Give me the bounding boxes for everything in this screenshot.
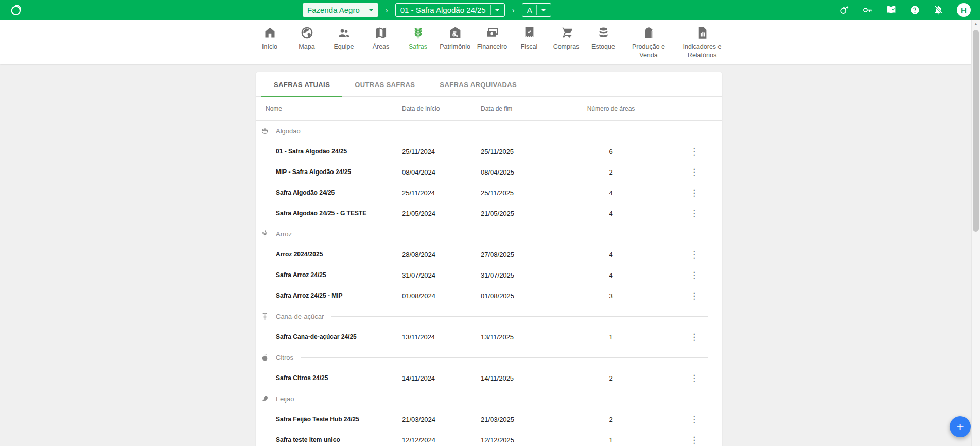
help-icon[interactable] (909, 5, 920, 15)
table-row[interactable]: Safra Citros 24/2514/11/202414/11/20252⋮ (256, 368, 722, 388)
add-farm-icon[interactable] (838, 5, 849, 15)
table-row[interactable]: 01 - Safra Algodão 24/2525/11/202425/11/… (256, 141, 722, 162)
table-row[interactable]: Safra Arroz 24/2531/07/202431/07/20254⋮ (256, 265, 722, 285)
safra-start-date: 25/11/2024 (398, 148, 477, 156)
wheat-icon (411, 26, 425, 40)
row-menu-button[interactable]: ⋮ (687, 433, 702, 446)
chevron-down-icon[interactable] (369, 9, 374, 11)
safra-name[interactable]: Safra Feijão Teste Hub 24/25 (256, 416, 398, 423)
nav-item-safras[interactable]: Safras (402, 26, 433, 52)
safra-name[interactable]: Safra Citros 24/25 (256, 374, 398, 382)
scrollbar-thumb[interactable] (973, 30, 979, 232)
safra-areas-count: 2 (555, 374, 667, 382)
chevron-down-icon[interactable] (495, 9, 500, 11)
column-header-data-fim: Data de fim (477, 105, 555, 112)
table-row[interactable]: Arroz 2024/202528/08/202427/08/20254⋮ (256, 244, 722, 265)
group-header-cana-de-a-car: Cana-de-açúcar (256, 306, 722, 327)
avatar[interactable]: H (957, 3, 971, 17)
safra-name[interactable]: Safra Arroz 24/25 - MIP (256, 292, 398, 299)
row-menu-button[interactable]: ⋮ (687, 288, 702, 303)
add-safra-fab[interactable]: + (950, 416, 971, 437)
safra-name[interactable]: Safra Cana-de-açúcar 24/25 (256, 333, 398, 340)
row-menu-button[interactable]: ⋮ (687, 330, 702, 344)
key-icon[interactable] (862, 5, 873, 15)
safra-name[interactable]: MIP - Safra Algodão 24/25 (256, 168, 398, 176)
nav-item-label: Áreas (373, 43, 390, 52)
safra-start-date: 31/07/2024 (398, 271, 477, 279)
row-menu-button[interactable]: ⋮ (687, 206, 702, 220)
safra-name[interactable]: Safra Algodão 24/25 - G TESTE (256, 210, 398, 217)
group-header-citros: Citros (256, 347, 722, 368)
page-scrollbar[interactable]: ▲ (971, 20, 980, 446)
safra-end-date: 14/11/2025 (477, 374, 555, 382)
row-menu-button[interactable]: ⋮ (687, 371, 702, 385)
safra-start-date: 12/12/2024 (398, 436, 477, 444)
safra-areas-count: 1 (555, 436, 667, 444)
column-header-data-inicio: Data de início (398, 105, 477, 112)
row-menu-button[interactable]: ⋮ (687, 412, 702, 426)
table-row[interactable]: Safra Algodão 24/2525/11/202425/11/20254… (256, 182, 722, 203)
farm-selector[interactable]: Fazenda Aegro (303, 3, 378, 17)
table-row[interactable]: Safra Arroz 24/25 - MIP01/08/202401/08/2… (256, 285, 722, 306)
chevron-down-icon[interactable] (541, 9, 546, 11)
cotton-icon (260, 127, 269, 135)
citrus-icon (260, 353, 269, 362)
group-label: Algodão (276, 127, 301, 135)
row-menu-button[interactable]: ⋮ (687, 165, 702, 179)
group-label: Feijão (276, 395, 294, 403)
silo-icon (642, 26, 656, 40)
safra-start-date: 21/05/2024 (398, 210, 477, 217)
table-row[interactable]: Safra Feijão Teste Hub 24/2521/03/202421… (256, 409, 722, 430)
safra-areas-count: 2 (555, 168, 667, 176)
notifications-off-icon[interactable] (933, 5, 944, 15)
tab-safras-atuais[interactable]: SAFRAS ATUAIS (261, 72, 342, 97)
nav-item-financeiro[interactable]: Financeiro (477, 26, 507, 52)
farm-selector-label: Fazenda Aegro (307, 6, 360, 14)
tab-safras-arquivadas[interactable]: SAFRAS ARQUIVADAS (427, 72, 529, 97)
table-row[interactable]: MIP - Safra Algodão 24/2508/04/202408/04… (256, 162, 722, 182)
safra-start-date: 21/03/2024 (398, 416, 477, 423)
nav-item-estoque[interactable]: Estoque (588, 26, 619, 52)
nav-item-label: Equipe (334, 43, 354, 52)
safra-end-date: 31/07/2025 (477, 271, 555, 279)
nav-item-in-cio[interactable]: Início (254, 26, 285, 52)
row-menu-button[interactable]: ⋮ (687, 185, 702, 200)
group-divider (299, 234, 708, 234)
safra-name[interactable]: Safra teste item unico (256, 436, 398, 443)
safra-name[interactable]: Safra Algodão 24/25 (256, 189, 398, 196)
group-header-algod-o: Algodão (256, 121, 722, 141)
safra-end-date: 25/11/2025 (477, 189, 555, 197)
safra-name[interactable]: Arroz 2024/2025 (256, 251, 398, 258)
safra-end-date: 21/05/2025 (477, 210, 555, 217)
nav-item-label: Safras (409, 43, 427, 52)
nav-item-compras[interactable]: Compras (551, 26, 582, 52)
nav-item-patrim-nio[interactable]: Patrimônio (440, 26, 470, 52)
breadcrumb-chevron: › (512, 6, 515, 14)
safra-name[interactable]: Safra Arroz 24/25 (256, 271, 398, 279)
nav-item-indicadores-e-relat-rios[interactable]: Indicadores e Relatórios (678, 26, 726, 59)
row-menu-button[interactable]: ⋮ (687, 144, 702, 159)
column-header-nome: Nome (256, 105, 398, 112)
safra-end-date: 01/08/2025 (477, 292, 555, 300)
plot-selector[interactable]: A (522, 3, 551, 17)
group-header-feij-o: Feijão (256, 388, 722, 409)
nav-item-mapa[interactable]: Mapa (291, 26, 322, 52)
safra-name[interactable]: 01 - Safra Algodão 24/25 (256, 148, 398, 155)
row-menu-button[interactable]: ⋮ (687, 247, 702, 262)
aegro-logo-icon (9, 3, 24, 17)
table-row[interactable]: Safra Algodão 24/25 - G TESTE21/05/20242… (256, 203, 722, 224)
safras-tabs: SAFRAS ATUAISOUTRAS SAFRASSAFRAS ARQUIVA… (256, 72, 722, 97)
row-menu-button[interactable]: ⋮ (687, 268, 702, 282)
scroll-up-arrow[interactable]: ▲ (972, 20, 980, 28)
nav-item--reas[interactable]: Áreas (365, 26, 396, 52)
manual-icon[interactable] (886, 5, 897, 15)
tab-outras-safras[interactable]: OUTRAS SAFRAS (342, 72, 427, 97)
table-row[interactable]: Safra Cana-de-açúcar 24/2513/11/202413/1… (256, 327, 722, 347)
nav-item-equipe[interactable]: Equipe (328, 26, 359, 52)
harvest-selector[interactable]: 01 - Safra Algodão 24/25 (395, 3, 505, 17)
nav-item-produ-o-e-venda[interactable]: Produção e Venda (625, 26, 672, 59)
nav-item-fiscal[interactable]: Fiscal (514, 26, 545, 52)
nav-item-label: Indicadores e Relatórios (678, 43, 726, 59)
nav-item-label: Patrimônio (440, 43, 470, 52)
table-row[interactable]: Safra teste item unico12/12/202412/12/20… (256, 430, 722, 446)
